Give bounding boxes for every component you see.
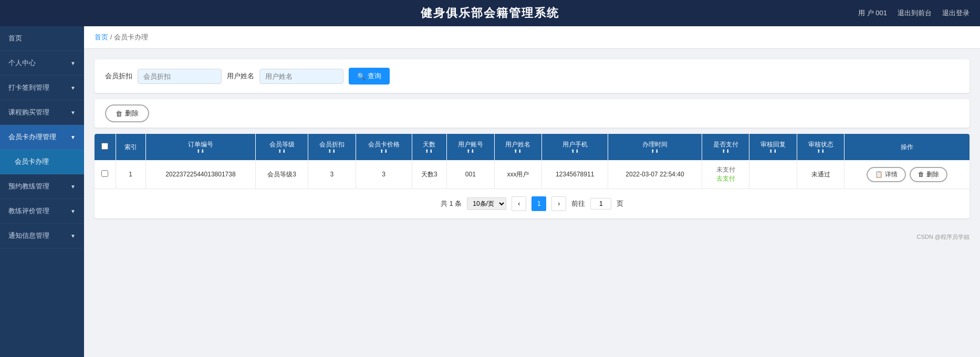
app-title: 健身俱乐部会籍管理系统 <box>421 5 559 21</box>
sort-icon: ⬆⬇ <box>360 149 408 154</box>
detail-icon: 📋 <box>875 171 883 178</box>
username-input[interactable] <box>259 69 343 84</box>
data-table: 索引 订单编号 ⬆⬇ 会员等级 ⬆⬇ 会员折扣 <box>95 134 969 189</box>
cell-user-account: 001 <box>447 160 495 189</box>
cell-handle-time: 2022-03-07 22:54:40 <box>608 160 702 189</box>
header-actions: 用 户 001 退出到前台 退出登录 <box>858 8 969 18</box>
th-checkbox <box>95 134 116 160</box>
sidebar-item-member-manage[interactable]: 会员卡办理管理 ▼ <box>0 125 84 150</box>
cell-user-phone: 12345678911 <box>542 160 608 189</box>
breadcrumb-home[interactable]: 首页 <box>95 33 108 41</box>
sort-icon: ⬆⬇ <box>612 149 697 154</box>
main-content: 首页 / 会员卡办理 会员折扣 用户姓名 🔍 查询 🗑 删除 <box>84 26 980 357</box>
cell-review-status: 未通过 <box>797 160 845 189</box>
cell-member-discount: 3 <box>308 160 356 189</box>
sort-icon: ⬆⬇ <box>499 149 538 154</box>
chevron-down-icon: ▼ <box>70 233 76 239</box>
th-is-paid[interactable]: 是否支付 ⬆⬇ <box>702 134 749 160</box>
th-order-no[interactable]: 订单编号 ⬆⬇ <box>145 134 256 160</box>
goto-page-input[interactable] <box>590 198 611 209</box>
sidebar-item-home[interactable]: 首页 <box>0 26 84 51</box>
th-username[interactable]: 用户姓名 ⬆⬇ <box>494 134 542 160</box>
discount-input[interactable] <box>138 69 222 84</box>
next-page-button[interactable]: › <box>551 196 566 211</box>
cell-username: xxx用户 <box>494 160 542 189</box>
sidebar-item-coach-reserve[interactable]: 预约教练管理 ▼ <box>0 174 84 199</box>
page-suffix: 页 <box>617 199 623 208</box>
sort-icon: ⬆⬇ <box>416 149 442 154</box>
chevron-down-icon: ▼ <box>70 134 76 140</box>
sort-icon: ⬆⬇ <box>754 149 793 154</box>
cell-is-paid: 未支付 去支付 <box>702 160 749 189</box>
batch-delete-button[interactable]: 🗑 删除 <box>105 104 149 122</box>
th-review-status[interactable]: 审核状态 ⬆⬇ <box>797 134 845 160</box>
footer-watermark: CSDN @程序员学姐 <box>84 229 980 245</box>
delete-icon: 🗑 <box>918 171 924 178</box>
chevron-down-icon: ▼ <box>70 208 76 214</box>
table-row: 1 20223722544013801738 会员等级3 3 <box>95 160 969 189</box>
next-icon: › <box>558 200 560 207</box>
total-count: 共 1 条 <box>441 199 462 208</box>
sidebar-item-member-card[interactable]: 会员卡办理 <box>0 150 84 174</box>
page-size-select[interactable]: 10条/页 20条/页 50条/页 <box>467 197 506 210</box>
btn-frontend[interactable]: 退出到前台 <box>898 8 932 18</box>
sidebar-item-label: 教练评价管理 <box>8 206 49 216</box>
sidebar-item-label: 通知信息管理 <box>8 231 49 240</box>
sidebar-item-personal[interactable]: 个人中心 ▼ <box>0 51 84 76</box>
discount-label: 会员折扣 <box>105 71 132 81</box>
th-member-discount[interactable]: 会员折扣 ⬆⬇ <box>308 134 356 160</box>
row-checkbox-cell <box>95 160 116 189</box>
breadcrumb-current: 会员卡办理 <box>114 33 148 41</box>
sidebar: 首页 个人中心 ▼ 打卡签到管理 ▼ 课程购买管理 ▼ 会员卡办理管理 ▼ 会员… <box>0 26 84 357</box>
search-bar: 会员折扣 用户姓名 🔍 查询 <box>95 59 969 93</box>
cell-index: 1 <box>116 160 145 189</box>
sort-icon: ⬆⬇ <box>150 149 252 154</box>
th-handle-time[interactable]: 办理时间 ⬆⬇ <box>608 134 702 160</box>
search-button[interactable]: 🔍 查询 <box>349 68 390 85</box>
sort-icon: ⬆⬇ <box>260 149 304 154</box>
sidebar-item-course[interactable]: 课程购买管理 ▼ <box>0 100 84 125</box>
cell-review-feedback <box>749 160 797 189</box>
row-delete-button[interactable]: 🗑 删除 <box>910 167 947 182</box>
th-index: 索引 <box>116 134 145 160</box>
page-1-button[interactable]: 1 <box>531 196 546 211</box>
sidebar-item-notification[interactable]: 通知信息管理 ▼ <box>0 224 84 248</box>
select-all-checkbox[interactable] <box>101 143 108 150</box>
sidebar-item-label: 个人中心 <box>8 58 36 68</box>
chevron-down-icon: ▼ <box>70 110 76 116</box>
sort-icon: ⬆⬇ <box>706 149 745 154</box>
sort-icon: ⬆⬇ <box>451 149 490 154</box>
sort-icon: ⬆⬇ <box>312 149 351 154</box>
sidebar-item-label: 首页 <box>8 34 22 43</box>
sort-icon: ⬆⬇ <box>801 149 840 154</box>
th-user-account[interactable]: 用户账号 ⬆⬇ <box>447 134 495 160</box>
th-card-price[interactable]: 会员卡价格 ⬆⬇ <box>356 134 412 160</box>
th-operation: 操作 <box>845 134 969 160</box>
th-member-level[interactable]: 会员等级 ⬆⬇ <box>256 134 308 160</box>
detail-button[interactable]: 📋 详情 <box>867 167 906 182</box>
prev-page-button[interactable]: ‹ <box>512 196 526 211</box>
cell-member-level: 会员等级3 <box>256 160 308 189</box>
goto-label: 前往 <box>571 199 585 208</box>
pay-link[interactable]: 去支付 <box>706 174 745 183</box>
th-user-phone[interactable]: 用户手机 ⬆⬇ <box>542 134 608 160</box>
sidebar-item-coach-eval[interactable]: 教练评价管理 ▼ <box>0 199 84 224</box>
action-bar: 🗑 删除 <box>95 99 969 128</box>
cell-card-price: 3 <box>356 160 412 189</box>
th-review-feedback[interactable]: 审核回复 ⬆⬇ <box>749 134 797 160</box>
cell-days: 天数3 <box>412 160 446 189</box>
sidebar-item-checkin[interactable]: 打卡签到管理 ▼ <box>0 76 84 100</box>
top-header: 健身俱乐部会籍管理系统 用 户 001 退出到前台 退出登录 <box>0 0 980 26</box>
sidebar-item-label: 会员卡办理 <box>15 157 49 166</box>
btn-logout[interactable]: 退出登录 <box>942 8 969 18</box>
row-checkbox[interactable] <box>101 170 108 177</box>
breadcrumb-separator: / <box>110 33 112 41</box>
sidebar-item-label: 会员卡办理管理 <box>8 132 56 142</box>
search-icon: 🔍 <box>357 72 366 80</box>
content-area: 会员折扣 用户姓名 🔍 查询 🗑 删除 <box>84 49 980 229</box>
th-days[interactable]: 天数 ⬆⬇ <box>412 134 446 160</box>
chevron-down-icon: ▼ <box>70 184 76 190</box>
chevron-down-icon: ▼ <box>70 60 76 66</box>
sidebar-item-label: 课程购买管理 <box>8 108 49 117</box>
delete-icon: 🗑 <box>116 110 122 118</box>
